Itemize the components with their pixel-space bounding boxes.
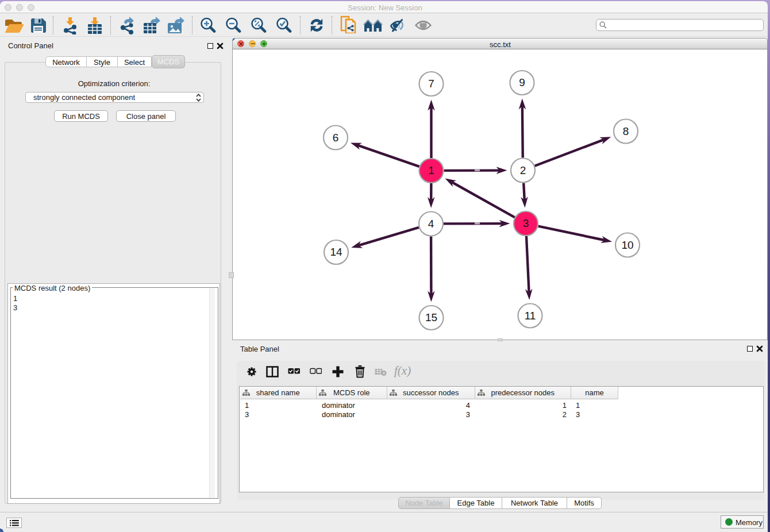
svg-text:4: 4 [428,218,434,230]
svg-text:6: 6 [333,132,339,144]
svg-text:11: 11 [525,310,536,322]
svg-text:9: 9 [519,76,525,88]
svg-text:2: 2 [520,164,526,176]
svg-text:10: 10 [621,239,633,251]
svg-text:7: 7 [428,78,434,90]
svg-text:8: 8 [623,125,629,137]
svg-text:14: 14 [330,246,342,258]
svg-text:3: 3 [523,217,529,229]
svg-text:1: 1 [428,164,434,176]
svg-text:15: 15 [425,311,437,323]
